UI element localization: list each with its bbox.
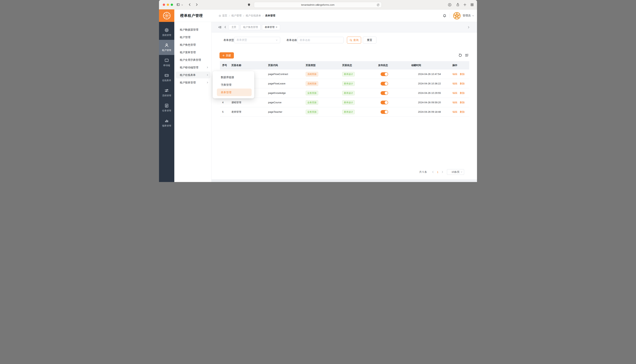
breadcrumb-item[interactable]: 租户在线表单	[246, 14, 261, 17]
toggle-knob	[385, 82, 388, 85]
search-button-label: 查询	[353, 38, 359, 42]
form-type-select[interactable]: 表单类型	[234, 37, 280, 43]
downloads-icon[interactable]	[448, 3, 452, 6]
minimize-window-button[interactable]	[167, 4, 169, 6]
chevron-down-icon[interactable]	[472, 15, 474, 17]
chevron-right-icon	[206, 82, 208, 84]
collapse-menu-icon[interactable]	[218, 26, 222, 29]
edit-link[interactable]: 编辑	[453, 82, 457, 85]
rail-item-6[interactable]: 报表管理	[159, 115, 174, 130]
sidebar-item-4[interactable]: 租户全局字典管理	[174, 56, 211, 64]
page-size-value: 10条/页	[452, 170, 460, 174]
share-icon[interactable]	[456, 3, 460, 6]
flyout-item-2[interactable]: 表单管理	[217, 88, 252, 96]
filter-bar: 表单类型 表单类型 表单名称 查询 重置	[211, 32, 477, 50]
address-bar[interactable]: tenantadmin.orangeforms.com	[254, 2, 382, 8]
close-window-button[interactable]	[163, 4, 165, 6]
avatar[interactable]	[453, 12, 461, 20]
delete-link[interactable]: 删除	[460, 73, 465, 76]
page-status-tag: 表单设计	[342, 91, 355, 95]
tab-1[interactable]: 租户角色管理	[241, 24, 261, 30]
created-time: 2024-04-26 10:47:54	[418, 73, 441, 76]
sidebar-item-1[interactable]: 租户管理	[174, 34, 211, 41]
page-size-select[interactable]: 10条/页	[447, 169, 464, 175]
delete-link[interactable]: 删除	[460, 92, 465, 94]
cell-created: 2024-04-26 10:47:54	[409, 73, 450, 76]
page-status-tag: 表单设计	[342, 81, 355, 86]
user-name[interactable]: 管理员	[463, 14, 471, 17]
new-tab-icon[interactable]	[463, 3, 467, 6]
search-button[interactable]: 查询	[347, 37, 361, 44]
sidebar-item-2[interactable]: 租户角色管理	[174, 41, 211, 48]
tab-overview-icon[interactable]	[470, 3, 474, 6]
edit-link[interactable]: 编辑	[453, 73, 457, 76]
delete-link[interactable]: 删除	[460, 82, 465, 85]
edit-link[interactable]: 编辑	[453, 92, 457, 94]
tab-label: 主页	[232, 26, 236, 29]
page-number[interactable]: 1	[434, 171, 441, 174]
publish-toggle[interactable]	[381, 91, 388, 95]
row-index: 5	[222, 110, 224, 113]
back-icon[interactable]	[188, 3, 191, 6]
publish-toggle[interactable]	[381, 110, 388, 114]
cell-created: 2024-04-26 09:59:20	[409, 101, 450, 104]
tab-0[interactable]: 主页	[229, 24, 239, 30]
create-button[interactable]: 新建	[220, 52, 234, 58]
edit-link[interactable]: 编辑	[453, 101, 457, 104]
form-name-input[interactable]	[297, 37, 344, 43]
reload-icon[interactable]	[377, 4, 379, 6]
rail-item-label: 系统管理	[162, 34, 171, 37]
tab-label: 表单管理	[265, 26, 275, 29]
breadcrumb-separator: /	[263, 14, 264, 17]
online-form-icon	[164, 73, 169, 78]
delete-link[interactable]: 删除	[460, 110, 465, 113]
zoom-window-button[interactable]	[171, 4, 173, 6]
flyout-item-0[interactable]: 数据库链接	[213, 74, 254, 81]
content-blocker-shield-icon[interactable]	[248, 3, 251, 6]
search-icon	[350, 39, 352, 42]
rail-item-2[interactable]: 移动端	[159, 55, 174, 70]
rail-item-4[interactable]: 流程管理	[159, 85, 174, 100]
sidebar-item-6[interactable]: 租户在线表单	[174, 71, 211, 79]
home-icon	[219, 14, 221, 17]
sidebar-item-5[interactable]: 租户移动端管理	[174, 64, 211, 71]
next-page-icon[interactable]	[441, 171, 444, 173]
cell-page-status: 表单设计	[340, 91, 376, 95]
refresh-icon[interactable]	[459, 54, 462, 57]
created-time: 2024-04-26 09:18:48	[418, 110, 441, 113]
forward-icon[interactable]	[195, 3, 198, 6]
publish-toggle[interactable]	[381, 101, 388, 104]
flyout-item-1[interactable]: 字典管理	[213, 81, 254, 88]
sidebar-item-3[interactable]: 租户菜单管理	[174, 48, 211, 56]
chevron-down-icon[interactable]	[181, 4, 183, 6]
breadcrumb-item[interactable]: 首页	[219, 14, 227, 17]
prev-page-icon[interactable]	[432, 171, 434, 173]
breadcrumb-current[interactable]: 表单管理	[265, 14, 275, 17]
rail-item-1[interactable]: 租户管理	[159, 40, 174, 55]
rail-item-3[interactable]: 在线表单	[159, 70, 174, 85]
cell-page-type: 流程页面	[303, 72, 340, 76]
publish-toggle[interactable]	[381, 82, 388, 86]
tab-scroll-right-icon[interactable]	[467, 26, 470, 28]
row-height-settings-icon[interactable]	[465, 54, 469, 57]
bell-icon[interactable]	[443, 14, 446, 18]
rail-item-5[interactable]: 任务管理	[159, 100, 174, 115]
column-header: 页面类型	[303, 64, 340, 67]
edit-link[interactable]: 编辑	[453, 110, 457, 113]
cell-page-code: pageKnowledge	[266, 92, 303, 94]
rail-item-0[interactable]: 系统管理	[159, 25, 174, 40]
cell-page-name: 课程管理	[229, 101, 266, 104]
sidebar-item-0[interactable]: 租户数据源管理	[174, 26, 211, 34]
tab-scroll-left-icon[interactable]	[224, 26, 227, 28]
delete-link[interactable]: 删除	[460, 101, 465, 104]
table-row: pageFlowContract流程页面表单设计2024-04-26 10:47…	[220, 70, 469, 79]
cell-actions: 编辑删除	[450, 92, 469, 95]
chevron-down-icon	[276, 39, 278, 41]
reset-button[interactable]: 重置	[363, 37, 376, 44]
sidebar-item-7[interactable]: 租户报表管理	[174, 79, 211, 86]
close-icon[interactable]	[276, 26, 277, 28]
browser-sidebar-icon[interactable]	[176, 3, 180, 6]
tab-2[interactable]: 表单管理	[262, 24, 280, 30]
publish-toggle[interactable]	[381, 72, 388, 76]
breadcrumb-item[interactable]: 租户管理	[232, 14, 242, 17]
